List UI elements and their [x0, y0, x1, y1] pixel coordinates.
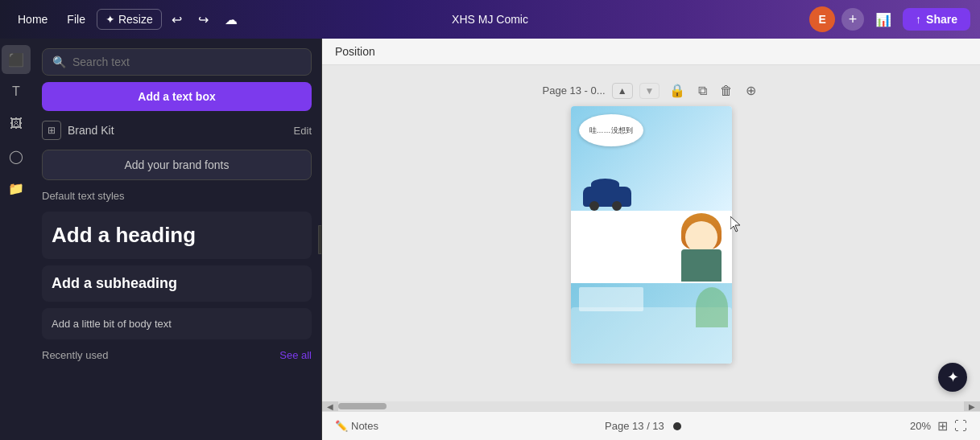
add-collaborator-button[interactable]: +	[841, 8, 864, 31]
page-lock-button[interactable]: 🔒	[666, 81, 688, 100]
topbar-right: E + 📊 ↑ Share	[809, 6, 970, 32]
search-input[interactable]	[72, 56, 301, 68]
page-delete-button[interactable]: 🗑	[717, 82, 736, 100]
add-heading-item[interactable]: Add a heading	[42, 212, 312, 259]
page-add-button[interactable]: ⊕	[742, 81, 759, 100]
canvas-scroll-area[interactable]: Page 13 - 0... ▲ ▼ 🔒 ⧉ 🗑 ⊕ ↻	[322, 65, 980, 401]
topbar: Home File ✦ Resize ↩ ↪ ☁ XHS MJ Comic E …	[0, 0, 980, 39]
canvas-toolbar: Position	[322, 39, 980, 65]
position-label: Position	[335, 45, 375, 58]
share-icon: ↑	[916, 13, 921, 26]
scroll-thumb[interactable]	[338, 403, 387, 409]
undo-button[interactable]: ↩	[165, 9, 188, 31]
shapes-icon: ◯	[9, 149, 23, 164]
horizontal-scrollbar[interactable]: ◀ ▶	[322, 401, 980, 411]
resize-button[interactable]: ✦ Resize	[97, 9, 162, 30]
brand-kit-row: ⊞ Brand Kit Edit	[42, 117, 312, 143]
search-box[interactable]: 🔍	[42, 48, 312, 76]
icon-sidebar: ⬛ T 🖼 ◯ 📁	[0, 39, 32, 440]
heading-label: Add a heading	[52, 223, 302, 248]
car-shape	[583, 187, 631, 207]
progress-dot	[673, 422, 681, 430]
recently-used-row: Recently used See all	[42, 346, 312, 364]
speech-bubble: 哇……没想到	[579, 114, 643, 146]
canvas-area: Position Page 13 - 0... ▲ ▼ 🔒 ⧉ 🗑 ⊕	[322, 39, 980, 440]
sidebar-item-text[interactable]: T	[2, 77, 31, 106]
notes-button[interactable]: ✏️ Notes	[335, 420, 378, 432]
sidebar-item-photos[interactable]: 🖼	[2, 109, 31, 138]
elements-icon: ⬛	[8, 52, 24, 68]
magic-ai-button[interactable]: ✦	[938, 363, 967, 392]
sidebar-item-elements[interactable]: ⬛	[2, 45, 31, 74]
add-text-box-button[interactable]: Add a text box	[42, 82, 312, 111]
brand-kit-symbol: ⊞	[48, 125, 56, 136]
default-text-styles-label: Default text styles	[42, 187, 312, 205]
speech-bubble-text: 哇……没想到	[589, 125, 633, 136]
topbar-center: XHS MJ Comic	[452, 13, 528, 26]
uploads-icon: 📁	[8, 181, 24, 196]
page-nav-down-button[interactable]: ▼	[639, 83, 660, 99]
see-all-link[interactable]: See all	[279, 349, 312, 361]
page-counter: Page 13 / 13	[605, 420, 664, 432]
page-copy-button[interactable]: ⧉	[695, 82, 710, 100]
brand-kit-icon: ⊞	[42, 121, 61, 140]
add-brand-fonts-button[interactable]: Add your brand fonts	[42, 150, 312, 180]
scroll-left-button[interactable]: ◀	[322, 401, 338, 411]
notes-icon: ✏️	[335, 420, 348, 432]
page-nav-up-button[interactable]: ▲	[612, 83, 633, 99]
notes-label: Notes	[351, 420, 378, 432]
search-icon: 🔍	[52, 56, 66, 68]
page-header: Page 13 - 0... ▲ ▼ 🔒 ⧉ 🗑 ⊕	[543, 81, 760, 100]
add-body-item[interactable]: Add a little bit of body text	[42, 308, 312, 339]
recently-used-label: Recently used	[42, 349, 108, 361]
photos-icon: 🖼	[10, 117, 23, 131]
scroll-track[interactable]	[338, 401, 964, 411]
comic-panel-top: 哇……没想到	[571, 106, 732, 211]
add-subheading-item[interactable]: Add a subheading	[42, 265, 312, 302]
fullscreen-button[interactable]: ⛶	[954, 419, 967, 434]
zoom-level: 20%	[910, 420, 931, 432]
brand-kit-label: Brand Kit	[68, 124, 114, 137]
panel-middle	[571, 211, 732, 283]
file-button[interactable]: File	[59, 10, 93, 29]
resize-icon: ✦	[105, 13, 115, 26]
page-nav-center: Page 13 / 13	[605, 420, 684, 432]
page-container: Page 13 - 0... ▲ ▼ 🔒 ⧉ 🗑 ⊕ ↻	[543, 81, 760, 364]
redo-button[interactable]: ↪	[192, 9, 215, 31]
home-button[interactable]: Home	[10, 10, 56, 29]
share-button[interactable]: ↑ Share	[903, 8, 970, 31]
document-title: XHS MJ Comic	[452, 13, 528, 26]
edit-link[interactable]: Edit	[294, 125, 312, 137]
main-layout: ⬛ T 🖼 ◯ 📁 🔍 Add a text box ⊞	[0, 39, 980, 440]
page-label: Page 13 - 0...	[543, 84, 606, 97]
user-avatar[interactable]: E	[809, 6, 835, 32]
brand-kit-left: ⊞ Brand Kit	[42, 121, 114, 140]
zoom-controls: 20% ⊞ ⛶	[910, 418, 967, 434]
magic-icon: ✦	[947, 368, 959, 386]
scroll-right-button[interactable]: ▶	[964, 401, 980, 411]
page-card: ↻ 哇……没想到	[571, 106, 732, 364]
analytics-button[interactable]: 📊	[870, 9, 896, 31]
sidebar-item-uploads[interactable]: 📁	[2, 174, 31, 203]
grid-view-button[interactable]: ⊞	[937, 418, 948, 434]
subheading-label: Add a subheading	[52, 275, 302, 292]
text-panel: 🔍 Add a text box ⊞ Brand Kit Edit Add yo…	[32, 39, 322, 440]
text-icon: T	[12, 84, 20, 99]
bottom-bar: ✏️ Notes Page 13 / 13 20% ⊞ ⛶	[322, 411, 980, 440]
anime-character	[677, 213, 726, 282]
save-cloud-button[interactable]: ☁	[218, 9, 244, 31]
comic-panel-bottom	[571, 283, 732, 364]
sidebar-item-shapes[interactable]: ◯	[2, 142, 31, 171]
body-label: Add a little bit of body text	[52, 318, 302, 330]
topbar-left: Home File ✦ Resize ↩ ↪ ☁	[10, 9, 244, 31]
